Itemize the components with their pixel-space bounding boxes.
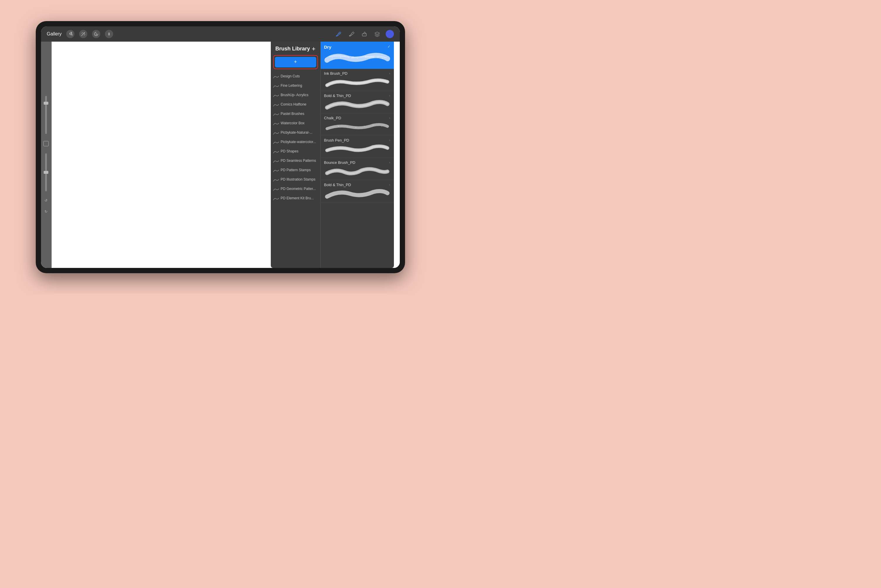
brush-stroke-bold-thin-2: [324, 188, 390, 200]
brush-preview-panel: Dry: [321, 42, 394, 268]
category-watercolor-box[interactable]: Watercolor Box: [271, 118, 320, 128]
category-pd-illustration[interactable]: PD Illustration Stamps: [271, 175, 320, 184]
svg-point-21: [373, 125, 374, 126]
selection-icon[interactable]: S: [92, 30, 100, 38]
brush-name-chalk: Chalk_PD ›: [324, 116, 390, 120]
brush-size-slider[interactable]: [45, 96, 47, 134]
eraser-tool-icon[interactable]: [360, 30, 369, 38]
layers-tool-icon[interactable]: [373, 30, 382, 38]
category-name: Picbykate-watercolor...: [281, 140, 316, 144]
category-pastel-brushes[interactable]: Pastel Brushes: [271, 109, 320, 118]
smudge-tool-icon[interactable]: [347, 30, 356, 38]
category-icon: [273, 84, 279, 87]
brush-category-panel: Brush Library + + Design Cuts: [271, 42, 321, 268]
svg-point-14: [377, 57, 378, 58]
brush-name-ink-brush: Ink Brush_PD ›: [324, 71, 390, 76]
svg-point-19: [355, 127, 357, 128]
category-pd-element-kit[interactable]: PD Element Kit Bru...: [271, 194, 320, 203]
category-icon: [273, 131, 279, 134]
svg-line-1: [339, 33, 340, 34]
add-brush-set-button[interactable]: +: [312, 46, 316, 52]
category-name: Comics Halftone: [281, 102, 307, 106]
category-name: Design Cuts: [281, 74, 300, 78]
category-icon: [273, 103, 279, 106]
category-icon: [273, 122, 279, 125]
undo-button[interactable]: ↺: [45, 198, 48, 202]
category-picbykate-natural[interactable]: Picbykate-Natural-...: [271, 128, 320, 137]
magic-wand-icon[interactable]: [79, 30, 87, 38]
category-pd-seamless[interactable]: PD Seamless Patterns: [271, 156, 320, 165]
category-icon: [273, 75, 279, 78]
category-comics-halftone[interactable]: Comics Halftone: [271, 100, 320, 109]
new-brush-button[interactable]: +: [275, 57, 316, 68]
category-icon: [273, 196, 279, 200]
category-name: PD Geometric Patter...: [281, 187, 316, 191]
category-name: Pastel Brushes: [281, 112, 304, 116]
category-pd-pattern-stamps[interactable]: PD Pattern Stamps: [271, 165, 320, 175]
svg-point-20: [364, 126, 365, 127]
brush-name-dry: Dry: [324, 45, 390, 50]
category-brushup-acrylics[interactable]: BrushUp- Acrylics: [271, 90, 320, 100]
svg-point-15: [382, 58, 382, 58]
brush-library-header: Brush Library +: [271, 42, 320, 55]
category-name: BrushUp- Acrylics: [281, 93, 309, 97]
redo-button[interactable]: ↻: [45, 210, 48, 214]
brush-chevron: ›: [389, 183, 390, 186]
svg-point-18: [347, 126, 348, 127]
brush-preview-dry: [324, 51, 390, 66]
brush-name-bold-thin-1: Bold & Thin_PD ›: [324, 93, 390, 98]
brush-stroke-brush-pen: [324, 144, 390, 155]
category-icon: [273, 178, 279, 181]
brush-item-brush-pen[interactable]: Brush Pen_PD ›: [321, 136, 394, 158]
category-pd-geometric[interactable]: PD Geometric Patter...: [271, 184, 320, 194]
brush-chevron: ›: [389, 72, 390, 75]
category-name: Picbykate-Natural-...: [281, 130, 313, 135]
brush-stroke-ink: [324, 77, 390, 88]
category-picbykate-watercolor[interactable]: Picbykate-watercolor...: [271, 137, 320, 147]
brush-item-dry[interactable]: Dry: [321, 42, 394, 69]
svg-point-22: [381, 126, 382, 127]
color-picker-dot[interactable]: [386, 30, 394, 38]
brush-name-bold-thin-2: Bold & Thin_PD ›: [324, 183, 390, 187]
screen: Gallery S: [41, 26, 400, 268]
brush-chevron: ›: [389, 116, 390, 120]
brush-chevron: ›: [389, 94, 390, 98]
brush-library-panel: Brush Library + + Design Cuts: [271, 42, 394, 268]
brush-item-bold-thin-2[interactable]: Bold & Thin_PD ›: [321, 180, 394, 202]
new-brush-button-container: +: [273, 55, 318, 69]
category-name: PD Illustration Stamps: [281, 177, 316, 182]
top-bar-left: Gallery S: [47, 30, 114, 38]
brush-size-thumb: [43, 102, 48, 105]
svg-point-17: [338, 126, 339, 127]
category-name: PD Seamless Patterns: [281, 159, 316, 163]
category-name: PD Pattern Stamps: [281, 168, 311, 172]
brush-item-chalk[interactable]: Chalk_PD ›: [321, 114, 394, 136]
wrench-icon[interactable]: [66, 30, 75, 38]
category-icon: [273, 187, 279, 190]
gallery-button[interactable]: Gallery: [47, 32, 62, 37]
opacity-thumb: [43, 171, 48, 174]
brush-stroke-chalk: [324, 122, 390, 133]
category-icon: [273, 112, 279, 116]
active-brush-indicator: ✓: [387, 45, 390, 49]
brush-stroke-bounce-brush: [324, 166, 390, 178]
brush-item-ink-brush[interactable]: Ink Brush_PD ›: [321, 69, 394, 91]
brush-tool-icon[interactable]: [334, 30, 343, 38]
top-bar-right: [334, 30, 394, 38]
category-fine-lettering[interactable]: Fine Lettering: [271, 81, 320, 90]
brush-library-title: Brush Library: [276, 46, 310, 52]
category-name: PD Shapes: [281, 149, 299, 153]
brush-item-bounce-brush[interactable]: Bounce Brush_PD ›: [321, 158, 394, 180]
brush-item-bold-thin-1[interactable]: Bold & Thin_PD ›: [321, 91, 394, 114]
category-icon: [273, 168, 279, 172]
category-icon: [273, 93, 279, 97]
brush-category-list: Design Cuts Fine Lettering: [271, 72, 320, 268]
opacity-slider[interactable]: [45, 153, 47, 191]
brush-chevron: ›: [389, 160, 390, 164]
category-icon: [273, 140, 279, 144]
left-sidebar: ↺ ↻: [41, 42, 52, 268]
transform-icon[interactable]: [105, 30, 113, 38]
category-pd-shapes[interactable]: PD Shapes: [271, 147, 320, 156]
tablet-device: Gallery S: [36, 21, 405, 273]
category-design-cuts[interactable]: Design Cuts: [271, 72, 320, 81]
